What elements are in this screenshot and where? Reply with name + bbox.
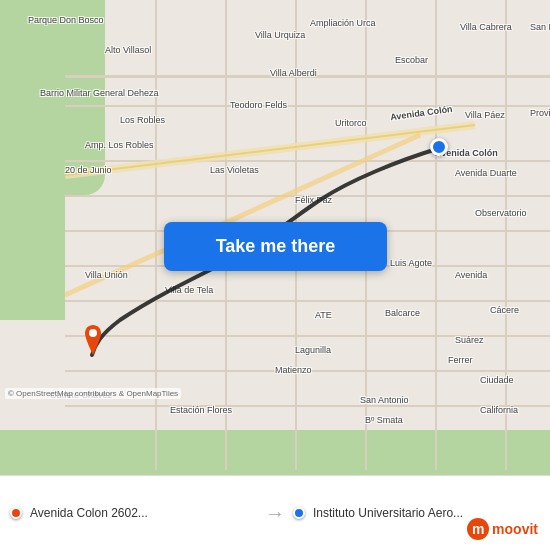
take-me-there-button[interactable]: Take me there — [164, 222, 387, 271]
map-label: ATE — [315, 310, 332, 320]
origin-info: Avenida Colon 2602... — [30, 506, 257, 520]
map-label: Observatorio — [475, 208, 527, 218]
map-label: Lagunilla — [295, 345, 331, 355]
dest-dot-icon — [293, 507, 305, 519]
road-v1 — [155, 0, 157, 470]
svg-line-0 — [65, 125, 475, 175]
map-label: Avenida Duarte — [455, 168, 517, 178]
road-h8 — [65, 335, 550, 337]
map-label: Provid — [530, 108, 550, 118]
moovit-logo-m: m — [467, 518, 489, 540]
road-h7 — [65, 300, 550, 302]
origin-name: Avenida Colon 2602... — [30, 506, 257, 520]
map-label: Escobar — [395, 55, 428, 65]
map-label: Uritorco — [335, 118, 367, 128]
park-area-2 — [0, 0, 65, 320]
svg-line-1 — [65, 125, 475, 175]
map-label: Los Robles — [120, 115, 165, 125]
map-label: Bº Smata — [365, 415, 403, 425]
road-v6 — [505, 0, 507, 470]
map-label: Villa Urquiza — [255, 30, 305, 40]
arrow-icon: → — [265, 502, 285, 525]
bottom-bar: Avenida Colon 2602... → Instituto Univer… — [0, 475, 550, 550]
map-label: Villa Páez — [465, 110, 505, 120]
app: Parque Don BoscoAlto VillasolVilla Urqui… — [0, 0, 550, 550]
map-container[interactable]: Parque Don BoscoAlto VillasolVilla Urqui… — [0, 0, 550, 475]
map-label: Ferrer — [448, 355, 473, 365]
map-label: Alto Villasol — [105, 45, 151, 55]
destination-marker — [430, 138, 448, 156]
map-attribution: © OpenStreetMap contributors & OpenMapTi… — [5, 388, 181, 399]
origin-dot-icon — [10, 507, 22, 519]
road-h3 — [65, 160, 550, 162]
origin-marker — [81, 325, 105, 355]
map-label: Ciudade — [480, 375, 514, 385]
map-label: San Antonio — [360, 395, 409, 405]
park-bottom — [0, 430, 550, 475]
road-v5 — [435, 0, 437, 470]
moovit-brand-name: moovit — [492, 521, 538, 537]
map-label: Avenida — [455, 270, 487, 280]
road-h9 — [65, 370, 550, 372]
moovit-logo: m moovit — [467, 518, 538, 540]
road-h1 — [65, 75, 550, 78]
map-label: Villa Unión — [85, 270, 128, 280]
map-label: San M — [530, 22, 550, 32]
road-h10 — [65, 405, 550, 407]
road-h2 — [65, 105, 550, 107]
road-h4 — [65, 195, 550, 197]
map-label: Las Violetas — [210, 165, 259, 175]
map-label: Villa de Tela — [165, 285, 213, 295]
map-label: Balcarce — [385, 308, 420, 318]
svg-point-3 — [89, 329, 97, 337]
